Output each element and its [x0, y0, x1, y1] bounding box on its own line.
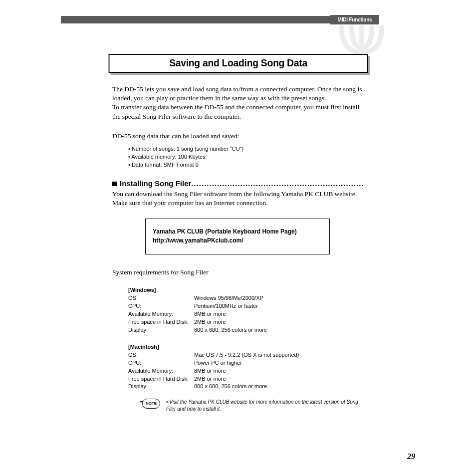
info-box: Yamaha PK CLUB (Portable Keyboard Home P… — [145, 219, 330, 254]
req-label: OS: — [128, 294, 194, 302]
req-label: Available Memory: — [128, 367, 194, 375]
req-value: 2MB or more — [194, 318, 267, 326]
header-tab: MIDI Functions — [330, 15, 379, 24]
section-title: Saving and Loading Song Data — [109, 54, 368, 73]
sysreq-macintosh: [Macintosh] OS:Mac OS 7.5 - 9.2.2 (OS X … — [128, 343, 379, 391]
sysreq-windows: [Windows] OS:Windows 95/98/Me/2000/XP CP… — [128, 286, 379, 334]
page-content: Saving and Loading Song Data The DD-55 l… — [97, 54, 379, 413]
req-label: Display: — [128, 383, 194, 391]
sysreq-intro: System requirements for Song Filer — [112, 268, 379, 276]
platform-label: [Windows] — [128, 286, 379, 294]
note-line: Visit the Yamaha PK CLUB website for mor… — [166, 399, 362, 413]
bullet-item: Data format: SMF Format 0 — [128, 161, 379, 169]
req-label: CPU: — [128, 302, 194, 310]
intro-p1: The DD-55 lets you save and load song da… — [112, 85, 364, 103]
req-label: OS: — [128, 351, 194, 359]
watermark-graphic — [339, 25, 384, 55]
square-bullet-icon — [112, 182, 117, 186]
note-text: Visit the Yamaha PK CLUB website for mor… — [166, 399, 362, 413]
bullet-item: Available memory: 100 Kbytes — [128, 153, 379, 161]
subsection-paragraph: You can download the Song Filer software… — [112, 190, 364, 208]
page-number: 29 — [407, 452, 415, 461]
req-value: Pentium/100MHz or faster — [194, 302, 267, 310]
req-value: 800 x 600, 256 colors or more — [194, 326, 267, 334]
req-value: Mac OS 7.5 - 9.2.2 (OS X is not supporte… — [194, 351, 299, 359]
sysreq-table: OS:Windows 95/98/Me/2000/XP CPU:Pentium/… — [128, 294, 267, 334]
subsection-heading: Installing Song Filer — [112, 179, 364, 188]
leader-dots — [191, 179, 364, 188]
req-label: Free space in Hard Disk: — [128, 318, 194, 326]
req-label: Display: — [128, 326, 194, 334]
loadable-bullets: Number of songs: 1 song (song number "CU… — [128, 145, 379, 169]
req-label: Available Memory: — [128, 310, 194, 318]
bullet-item: Number of songs: 1 song (song number "CU… — [128, 145, 379, 153]
req-value: 8MB or more — [194, 310, 267, 318]
subsection-title: Installing Song Filer — [120, 179, 191, 188]
platform-label: [Macintosh] — [128, 343, 379, 351]
note-block: NOTE Visit the Yamaha PK CLUB website fo… — [142, 399, 362, 413]
note-icon: NOTE — [142, 399, 160, 409]
req-label: CPU: — [128, 359, 194, 367]
req-label: Free space in Hard Disk: — [128, 375, 194, 383]
req-value: Windows 95/98/Me/2000/XP — [194, 294, 267, 302]
req-value: 8MB or more — [194, 367, 299, 375]
req-value: 2MB or more — [194, 375, 299, 383]
info-box-url: http://www.yamahaPKclub.com/ — [153, 236, 322, 245]
loadable-intro: DD-55 song data that can be loaded and s… — [112, 132, 379, 140]
req-value: Power PC or higher — [194, 359, 299, 367]
info-box-line: Yamaha PK CLUB (Portable Keyboard Home P… — [153, 227, 322, 236]
sysreq-table: OS:Mac OS 7.5 - 9.2.2 (OS X is not suppo… — [128, 351, 299, 391]
intro-p2: To transfer song data between the DD-55 … — [112, 103, 364, 121]
intro-block: The DD-55 lets you save and load song da… — [112, 85, 364, 121]
req-value: 800 x 600, 256 colors or more — [194, 383, 299, 391]
